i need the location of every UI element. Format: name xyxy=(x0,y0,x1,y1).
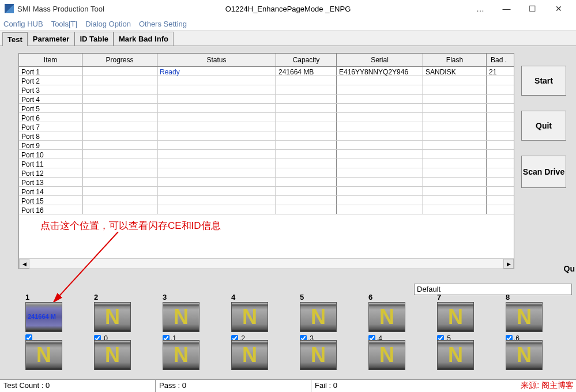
slot-number: 6 xyxy=(368,293,405,301)
col-capacity[interactable]: Capacity xyxy=(276,54,337,66)
slot-number: 7 xyxy=(437,293,474,301)
table-row[interactable]: Port 9 xyxy=(19,141,514,150)
col-item[interactable]: Item xyxy=(19,54,82,66)
slot-box-empty[interactable]: N xyxy=(300,302,337,332)
slot-box-empty[interactable]: N xyxy=(94,302,131,332)
slot-number: 3 xyxy=(163,293,199,301)
table-row[interactable]: Port 11 xyxy=(19,159,514,168)
close-button[interactable]: ✕ xyxy=(545,1,571,17)
slot-number: 4 xyxy=(231,293,268,301)
table-row[interactable]: Port 16 xyxy=(19,205,514,214)
slot-number: 1 xyxy=(25,293,62,301)
menu-dialog-option[interactable]: Dialog Option xyxy=(85,20,131,28)
port-slot: N xyxy=(506,340,543,370)
table-row[interactable]: Port 13 xyxy=(19,178,514,187)
col-progress[interactable]: Progress xyxy=(82,54,157,66)
port-table: Item Progress Status Capacity Serial Fla… xyxy=(18,53,514,269)
slot-box-empty[interactable]: N xyxy=(25,340,62,370)
port-slot: N xyxy=(368,340,405,370)
start-button[interactable]: Start xyxy=(521,66,566,96)
port-slot: 3N .1 xyxy=(163,293,199,342)
slot-box-detected[interactable]: 241664 M xyxy=(25,302,62,332)
col-bad[interactable]: Bad . xyxy=(487,54,511,66)
qu-label: Qu xyxy=(564,264,575,273)
table-row[interactable]: Port 1Ready241664 MBE416YY8NNYQ2Y946SAND… xyxy=(19,67,514,76)
menubar: Config HUB Tools[T] Dialog Option Others… xyxy=(0,17,576,30)
quit-button[interactable]: Quit xyxy=(521,111,566,141)
table-row[interactable]: Port 7 xyxy=(19,122,514,131)
port-slot: 6N .4 xyxy=(368,293,405,342)
watermark: 来源: 阁主博客 xyxy=(521,380,574,391)
port-slot: N xyxy=(300,340,337,370)
slot-box-empty[interactable]: N xyxy=(163,340,199,370)
port-slot: N xyxy=(231,340,268,370)
minimize-button[interactable]: — xyxy=(494,1,519,17)
titlebar: SMI Mass Production Tool O1224H_EnhanceP… xyxy=(0,0,576,17)
port-slot: 5N .3 xyxy=(300,293,337,342)
table-row[interactable]: Port 15 xyxy=(19,196,514,205)
table-row[interactable]: Port 4 xyxy=(19,95,514,104)
tab-parameter[interactable]: Parameter xyxy=(28,32,75,46)
scroll-left-icon[interactable]: ◀ xyxy=(19,259,29,269)
slot-box-empty[interactable]: N xyxy=(506,302,543,332)
slot-box-empty[interactable]: N xyxy=(231,302,268,332)
col-serial[interactable]: Serial xyxy=(337,54,423,66)
port-slot: 2N .0 xyxy=(94,293,131,342)
tab-mark-bad-info[interactable]: Mark Bad Info xyxy=(114,32,174,46)
table-row[interactable]: Port 3 xyxy=(19,85,514,95)
scroll-right-icon[interactable]: ▶ xyxy=(503,259,514,269)
horizontal-scrollbar[interactable]: ◀ ▶ xyxy=(19,258,514,269)
app-icon xyxy=(5,4,14,13)
more-button[interactable]: … xyxy=(468,1,494,17)
table-row[interactable]: Port 2 xyxy=(19,76,514,85)
col-status[interactable]: Status xyxy=(157,54,276,66)
table-row[interactable]: Port 14 xyxy=(19,187,514,196)
slot-row-2: NNNNNNNN xyxy=(25,340,543,370)
port-slot: N xyxy=(437,340,474,370)
tab-test[interactable]: Test xyxy=(2,32,28,46)
col-flash[interactable]: Flash xyxy=(423,54,487,66)
port-slot: 1241664 M xyxy=(25,293,62,342)
maximize-button[interactable]: ☐ xyxy=(519,1,545,17)
slot-number: 2 xyxy=(94,293,131,301)
slot-box-empty[interactable]: N xyxy=(231,340,268,370)
slot-box-empty[interactable]: N xyxy=(300,340,337,370)
slot-box-empty[interactable]: N xyxy=(506,340,543,370)
tab-strip: Test Parameter ID Table Mark Bad Info xyxy=(0,31,576,46)
table-header: Item Progress Status Capacity Serial Fla… xyxy=(19,54,514,67)
app-title: SMI Mass Production Tool xyxy=(17,5,104,13)
port-slot: N xyxy=(94,340,131,370)
status-test-count: Test Count : 0 xyxy=(0,380,156,392)
tab-id-table[interactable]: ID Table xyxy=(74,32,114,46)
scan-drive-button[interactable]: Scan Drive xyxy=(521,156,566,188)
slot-row-1: 1241664 M 2N .03N .14N .25N .36N .47N .5… xyxy=(25,293,543,342)
table-row[interactable]: Port 8 xyxy=(19,131,514,141)
table-row[interactable]: Port 6 xyxy=(19,113,514,122)
slot-box-empty[interactable]: N xyxy=(437,340,474,370)
slot-number: 5 xyxy=(300,293,337,301)
slot-box-empty[interactable]: N xyxy=(163,302,199,332)
main-area: Item Progress Status Capacity Serial Fla… xyxy=(0,46,576,385)
table-row[interactable]: Port 10 xyxy=(19,150,514,159)
table-row[interactable]: Port 12 xyxy=(19,168,514,178)
port-slot: 7N .5 xyxy=(437,293,474,342)
side-buttons: Start Quit Scan Drive xyxy=(521,53,566,269)
status-pass: Pass : 0 xyxy=(156,380,311,392)
menu-tools[interactable]: Tools[T] xyxy=(51,20,78,28)
port-slot: N xyxy=(25,340,62,370)
slot-box-empty[interactable]: N xyxy=(437,302,474,332)
table-row[interactable]: Port 5 xyxy=(19,104,514,113)
menu-others-setting[interactable]: Others Setting xyxy=(139,20,187,28)
window-controls: … — ☐ ✕ xyxy=(468,1,571,17)
slot-number: 8 xyxy=(506,293,543,301)
status-bar: Test Count : 0 Pass : 0 Fail : 0 xyxy=(0,379,576,392)
port-slot: 4N .2 xyxy=(231,293,268,342)
slot-box-empty[interactable]: N xyxy=(368,340,405,370)
port-slot: 8N .6 xyxy=(506,293,543,342)
annotation-text: 点击这个位置，可以查看闪存CE和ID信息 xyxy=(40,219,221,232)
menu-config-hub[interactable]: Config HUB xyxy=(3,20,43,28)
port-slot: N xyxy=(163,340,199,370)
slot-box-empty[interactable]: N xyxy=(94,340,131,370)
slot-box-empty[interactable]: N xyxy=(368,302,405,332)
